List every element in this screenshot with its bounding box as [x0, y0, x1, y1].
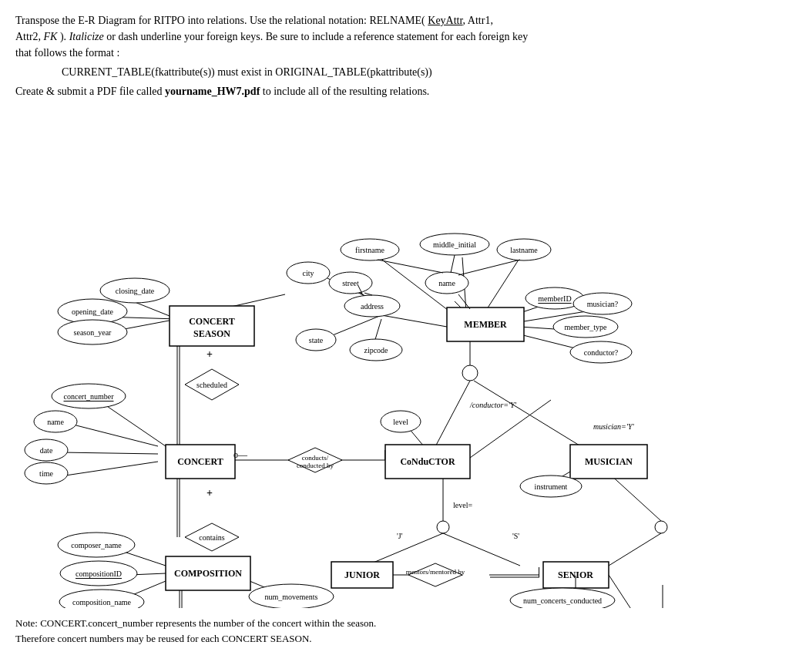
svg-line-55: [474, 381, 593, 454]
svg-text:musician='Y': musician='Y': [593, 422, 635, 431]
svg-line-138: [364, 293, 372, 295]
svg-text:firstname: firstname: [355, 246, 384, 254]
svg-text:season_year: season_year: [74, 328, 112, 337]
svg-text:musician?: musician?: [587, 300, 619, 308]
svg-text:zipcode: zipcode: [364, 346, 388, 354]
svg-line-134: [378, 260, 443, 273]
svg-line-39: [366, 533, 443, 566]
note-line2: Therefore concert numbers may be reused …: [15, 633, 312, 644]
svg-line-17: [485, 257, 520, 311]
svg-text:|: |: [538, 566, 540, 577]
svg-text:state: state: [309, 336, 324, 344]
note-line1: Note: CONCERT.concert_number represents …: [15, 617, 376, 629]
svg-line-43: [609, 533, 661, 566]
svg-text:conductor?: conductor?: [584, 348, 619, 357]
instruction-line4: Create & submit a PDF file called yourna…: [15, 86, 429, 97]
svg-text:scheduled: scheduled: [196, 381, 227, 389]
svg-text:COMPOSITION: COMPOSITION: [174, 568, 242, 579]
svg-text:CoNduCTOR: CoNduCTOR: [400, 456, 455, 467]
svg-text:closing_date: closing_date: [116, 287, 155, 295]
svg-text:MUSICIAN: MUSICIAN: [585, 456, 633, 467]
svg-text:SEASON: SEASON: [193, 328, 230, 339]
svg-text:name: name: [47, 418, 64, 426]
svg-text:+: +: [206, 487, 213, 499]
svg-text:MEMBER: MEMBER: [464, 319, 507, 330]
svg-text:time: time: [39, 469, 53, 478]
svg-line-135: [451, 255, 455, 273]
svg-text:num_movements: num_movements: [265, 593, 318, 601]
svg-text:name: name: [438, 279, 455, 287]
note-text: Note: CONCERT.concert_number represents …: [15, 616, 774, 646]
svg-text:|: |: [384, 449, 386, 460]
instruction-line2: Attr2, FK ). Italicize or dash underline…: [15, 31, 528, 42]
svg-line-54: [431, 381, 470, 454]
svg-text:middle_initial: middle_initial: [433, 240, 476, 249]
svg-text:member_type: member_type: [565, 323, 608, 331]
svg-text:'S': 'S': [512, 532, 519, 540]
svg-text:address: address: [361, 302, 384, 311]
svg-text:memberID: memberID: [538, 294, 571, 303]
svg-text:level=: level=: [453, 501, 472, 509]
svg-point-41: [655, 521, 667, 533]
svg-text:JUNIOR: JUNIOR: [344, 570, 380, 580]
svg-text:conducts/: conducts/: [302, 454, 329, 462]
svg-line-136: [458, 260, 520, 275]
instruction-indent: CURRENT_TABLE(fkattribute(s)) must exist…: [62, 64, 774, 80]
svg-text:CONCERT: CONCERT: [189, 316, 235, 327]
svg-line-23: [381, 315, 447, 327]
instruction-line3: that follows the format :: [15, 47, 119, 59]
svg-text:CONCERT: CONCERT: [177, 456, 223, 467]
svg-point-38: [437, 521, 449, 533]
svg-line-42: [609, 473, 661, 521]
svg-text:o—: o—: [233, 449, 248, 460]
instructions-text: Transpose the E-R Diagram for RITPO into…: [15, 12, 774, 99]
svg-text:concert_number: concert_number: [64, 392, 115, 401]
svg-text:opening_date: opening_date: [72, 307, 113, 316]
svg-text:num_concerts_conducted: num_concerts_conducted: [523, 596, 602, 605]
instruction-line1: Transpose the E-R Diagram for RITPO into…: [15, 15, 493, 26]
svg-text:/conductor='Y': /conductor='Y': [469, 401, 517, 409]
svg-text:date: date: [40, 446, 53, 455]
svg-point-52: [462, 365, 478, 381]
svg-text:conducted by: conducted by: [297, 462, 334, 469]
svg-line-47: [609, 575, 686, 608]
svg-text:composer_name: composer_name: [71, 541, 122, 549]
svg-text:city: city: [303, 269, 314, 277]
er-diagram: CONCERT SEASON CONCERT COMPOSITION COMPO…: [15, 107, 778, 608]
svg-line-8: [62, 452, 158, 454]
svg-text:'J': 'J': [397, 532, 403, 540]
svg-text:+: +: [206, 348, 213, 360]
svg-text:street: street: [342, 279, 359, 287]
svg-line-40: [443, 533, 520, 566]
svg-text:lastname: lastname: [510, 246, 538, 254]
svg-line-9: [65, 462, 158, 475]
svg-text:compositionID: compositionID: [76, 570, 122, 578]
svg-text:level: level: [393, 418, 408, 426]
svg-text:composition_name: composition_name: [72, 598, 132, 606]
svg-text:mentors/mentored by: mentors/mentored by: [406, 568, 465, 576]
svg-text:instrument: instrument: [535, 482, 568, 491]
svg-line-7: [73, 425, 158, 446]
svg-text:contains: contains: [199, 533, 224, 542]
